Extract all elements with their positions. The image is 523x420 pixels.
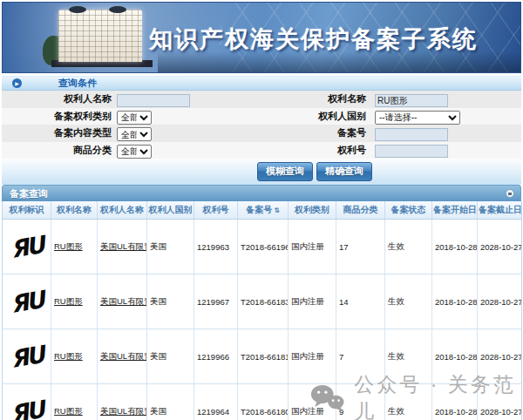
right-number-label: 权利号 [256, 144, 366, 157]
owner-name-link[interactable]: 美国UL有限责任公司 [100, 296, 147, 306]
record-no: T2018-66196 [238, 220, 289, 274]
customs-building-graphic [58, 10, 142, 62]
owner-name-link[interactable]: 美国UL有限责任公司 [100, 406, 147, 416]
form-row: 商品分类 全部 权利号 [2, 142, 521, 159]
record-content-type-select[interactable]: 全部 [117, 127, 152, 141]
col-right-category: 权利类别 [289, 201, 336, 220]
building-dome [109, 6, 126, 13]
col-goods-class: 商品分类 [336, 201, 385, 220]
watermark-text: 公众号 · 关务范儿 [354, 371, 523, 420]
record-no: T2018-66181 [238, 329, 289, 384]
right-name-label: 权利名称 [256, 92, 366, 105]
col-owner-name: 权利人名称 [98, 201, 147, 220]
form-row: 备案内容类型 全部 备案号 [2, 125, 521, 142]
col-record-status: 备案状态 [385, 201, 432, 220]
record-status: 生效 [385, 220, 432, 274]
start-date: 2018-10-28 [432, 274, 478, 329]
right-name-link[interactable]: RU图形 [54, 241, 83, 251]
col-right-mark: 权利标识 [3, 201, 51, 220]
owner-country: 美国 [147, 329, 194, 384]
form-row: 备案权利类别 全部 权利人国别 --请选择-- [2, 108, 521, 125]
wechat-icon [310, 383, 345, 414]
owner-country: 美国 [147, 274, 194, 329]
goods-class-select[interactable]: 全部 [117, 145, 152, 159]
button-band: 模糊查询 精确查询 [2, 159, 521, 185]
right-category: 国内注册 [289, 274, 336, 329]
ul-logo: ЯU [3, 220, 51, 274]
building-dome [69, 6, 86, 13]
rights-holder-name-input[interactable] [117, 94, 190, 107]
banner: 知识产权海关保护备案子系统 [2, 2, 521, 73]
table-row: ЯU RU图形 美国UL有限责任公司 美国 1219967 T2018-6618… [3, 274, 522, 329]
owner-country: 美国 [147, 384, 194, 420]
query-conditions-header: ▶ 查询条件 [2, 76, 521, 91]
rights-holder-name-label: 权利人名称 [2, 92, 112, 105]
app-title: 知识产权海关保护备案子系统 [149, 24, 478, 55]
table-row: ЯU RU图形 美国UL有限责任公司 美国 1219963 T2018-6619… [3, 220, 522, 274]
record-no: T2018-66183 [238, 274, 289, 329]
rights-holder-country-label: 权利人国别 [256, 110, 366, 123]
watermark: 公众号 · 关务范儿 [310, 371, 523, 420]
page: 知识产权海关保护备案子系统 ▶ 查询条件 权利人名称 权利名称 备案权利类别 全… [0, 0, 523, 420]
query-conditions-title: 查询条件 [58, 77, 97, 90]
ul-logo: ЯU [3, 274, 51, 329]
goods-class-label: 商品分类 [2, 144, 112, 157]
goods-class: 17 [336, 220, 385, 274]
query-form: 权利人名称 权利名称 备案权利类别 全部 权利人国别 --请选择-- 备案内容类… [2, 91, 521, 159]
form-row: 权利人名称 权利名称 [2, 91, 521, 108]
ul-logo: ЯU [3, 329, 51, 384]
right-no: 1219967 [194, 274, 238, 329]
right-category: 国内注册 [289, 220, 336, 274]
owner-country: 美国 [147, 220, 194, 274]
right-no: 1219964 [194, 384, 238, 420]
col-right-name: 权利名称 [51, 201, 98, 220]
right-name-link[interactable]: RU图形 [54, 406, 83, 416]
expand-arrow-icon[interactable]: ▶ [12, 78, 22, 88]
collapse-circle-button[interactable] [506, 189, 514, 198]
col-right-no: 权利号 [194, 201, 238, 220]
owner-name-link[interactable]: 美国UL有限责任公司 [100, 241, 147, 251]
record-status: 生效 [385, 274, 432, 329]
record-number-input[interactable] [375, 128, 448, 141]
end-date: 2028-10-27 [478, 220, 522, 274]
start-date: 2018-10-28 [432, 220, 478, 274]
right-name-link[interactable]: RU图形 [54, 351, 83, 361]
table-header-row: 权利标识 权利名称 权利人名称 权利人国别 权利号 备案号⇅ 权利类别 商品分类… [3, 201, 522, 220]
fuzzy-search-button[interactable]: 模糊查询 [257, 162, 313, 181]
record-no: T2018-66180 [238, 384, 289, 420]
right-name-link[interactable]: RU图形 [54, 296, 83, 306]
record-right-type-label: 备案权利类别 [2, 110, 112, 123]
col-owner-country: 权利人国别 [147, 201, 194, 220]
sort-icon[interactable]: ⇅ [274, 207, 280, 214]
goods-class: 14 [336, 274, 385, 329]
col-start-date: 备案开始日期 [432, 201, 478, 220]
right-name-input[interactable] [375, 94, 448, 107]
record-right-type-select[interactable]: 全部 [117, 111, 152, 125]
record-number-label: 备案号 [256, 126, 366, 139]
right-no: 1219963 [194, 220, 238, 274]
right-number-input[interactable] [375, 145, 448, 158]
ul-logo: ЯU [3, 384, 51, 420]
col-end-date: 备案截止日期 [478, 201, 522, 220]
end-date: 2028-10-27 [478, 274, 522, 329]
results-title: 备案查询 [10, 187, 48, 200]
exact-search-button[interactable]: 精确查询 [316, 162, 372, 181]
right-no: 1219966 [194, 329, 238, 384]
col-record-no[interactable]: 备案号⇅ [238, 201, 289, 220]
record-content-type-label: 备案内容类型 [2, 126, 112, 139]
results-header-bar: 备案查询 [2, 185, 521, 201]
owner-name-link[interactable]: 美国UL有限责任公司 [100, 351, 147, 361]
rights-holder-country-select[interactable]: --请选择-- [375, 111, 460, 125]
